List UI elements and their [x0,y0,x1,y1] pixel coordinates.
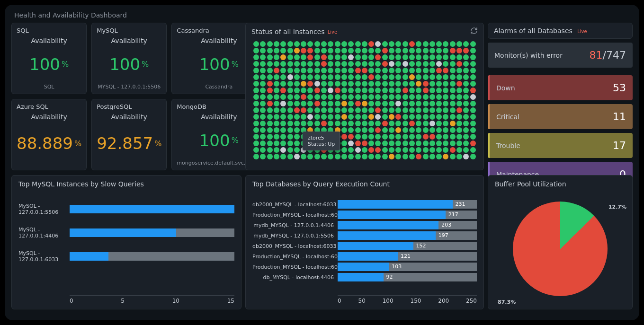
instance-dot[interactable] [328,54,333,60]
instance-dot[interactable] [321,134,327,140]
instance-dot[interactable] [253,94,259,100]
instance-dot[interactable] [470,101,476,106]
instance-dot[interactable] [355,134,361,140]
bar-row[interactable]: Production_MYSQL - localhost:6033 121 [252,252,477,261]
instance-dot[interactable] [382,114,388,120]
instance-dot[interactable] [450,74,456,80]
instance-dot[interactable] [294,61,300,67]
instance-dot[interactable] [294,114,300,120]
instance-dot[interactable] [409,127,415,133]
instance-dot[interactable] [436,54,442,60]
instance-dot[interactable] [267,114,273,120]
instance-dot[interactable] [423,88,429,93]
instance-dot[interactable] [267,41,273,47]
instance-dot[interactable] [314,127,320,133]
instance-dot[interactable] [267,154,273,159]
instance-dot[interactable] [436,147,442,153]
instance-dot[interactable] [321,114,327,120]
instance-dot[interactable] [463,121,469,126]
instance-dot[interactable] [362,81,367,87]
instance-dot[interactable] [470,134,476,140]
instance-dot[interactable] [280,134,286,140]
instance-dot[interactable] [382,81,388,87]
instance-dot[interactable] [362,141,367,146]
instance-dot[interactable] [450,94,456,100]
instance-dot[interactable] [443,88,448,93]
instance-dot[interactable] [450,141,456,146]
instance-dot[interactable] [321,154,327,159]
instance-dot[interactable] [260,68,266,73]
instance-dot[interactable] [280,88,286,93]
instance-dot[interactable] [274,41,279,47]
instance-dot[interactable] [402,101,408,106]
instance-dot[interactable] [274,81,279,87]
instance-dot[interactable] [253,88,259,93]
instance-dot[interactable] [368,61,374,67]
instance-dot[interactable] [260,88,266,93]
instance-dot[interactable] [450,88,456,93]
instance-dot[interactable] [463,114,469,120]
bar-row[interactable]: MySQL - 127.0.0.1:6033 [18,250,234,263]
instance-dot[interactable] [321,54,327,60]
instance-dot[interactable] [348,74,354,80]
instance-dot[interactable] [301,134,306,140]
instance-dot[interactable] [443,107,448,113]
instance-dot[interactable] [348,41,354,47]
instance-dot[interactable] [294,74,300,80]
instance-dot[interactable] [402,107,408,113]
instance-dot[interactable] [341,127,347,133]
instance-dot[interactable] [423,114,429,120]
instance-dot[interactable] [253,121,259,126]
instance-dot[interactable] [301,41,306,47]
instance-dot[interactable] [362,41,367,47]
instance-dot[interactable] [429,48,435,53]
instance-dot[interactable] [395,68,401,73]
instance-dot[interactable] [443,121,448,126]
instance-dot[interactable] [416,68,421,73]
instance-dot[interactable] [280,48,286,53]
instance-dot[interactable] [301,74,306,80]
instance-dot[interactable] [409,81,415,87]
instance-dot[interactable] [402,141,408,146]
instance-dot[interactable] [463,94,469,100]
instance-dot[interactable] [416,147,421,153]
instance-dot[interactable] [429,68,435,73]
instance-dot[interactable] [328,147,333,153]
instance-dot[interactable] [368,81,374,87]
instance-dot[interactable] [321,88,327,93]
instance-dot[interactable] [389,101,394,106]
instance-dot[interactable] [287,94,293,100]
instance-dot[interactable] [321,141,327,146]
instance-dot[interactable] [321,121,327,126]
instance-dot[interactable] [456,48,462,53]
instance-dot[interactable] [463,107,469,113]
instance-dot[interactable] [348,101,354,106]
instance-dot[interactable] [321,41,327,47]
instance-dot[interactable] [368,107,374,113]
instance-dot[interactable] [287,54,293,60]
instance-dot[interactable] [260,48,266,53]
instance-dot[interactable] [409,41,415,47]
instance-dot[interactable] [389,127,394,133]
instance-dot[interactable] [443,68,448,73]
instance-dot[interactable] [274,114,279,120]
instance-dot[interactable] [274,121,279,126]
instance-dot[interactable] [416,127,421,133]
instance-dot[interactable] [301,54,306,60]
instance-dot[interactable] [402,81,408,87]
instance-dot[interactable] [395,74,401,80]
instance-dot[interactable] [307,48,313,53]
instance-dot[interactable] [389,141,394,146]
instance-dot[interactable] [463,134,469,140]
instance-dot[interactable] [294,101,300,106]
instance-dot[interactable] [436,121,442,126]
instance-dot[interactable] [314,134,320,140]
instance-dot[interactable] [267,134,273,140]
instance-dot[interactable] [348,141,354,146]
instance-dot[interactable] [375,74,381,80]
instance-dot[interactable] [274,147,279,153]
instance-dot[interactable] [409,101,415,106]
instance-dot[interactable] [436,81,442,87]
instance-dot[interactable] [260,41,266,47]
instance-dot[interactable] [395,141,401,146]
